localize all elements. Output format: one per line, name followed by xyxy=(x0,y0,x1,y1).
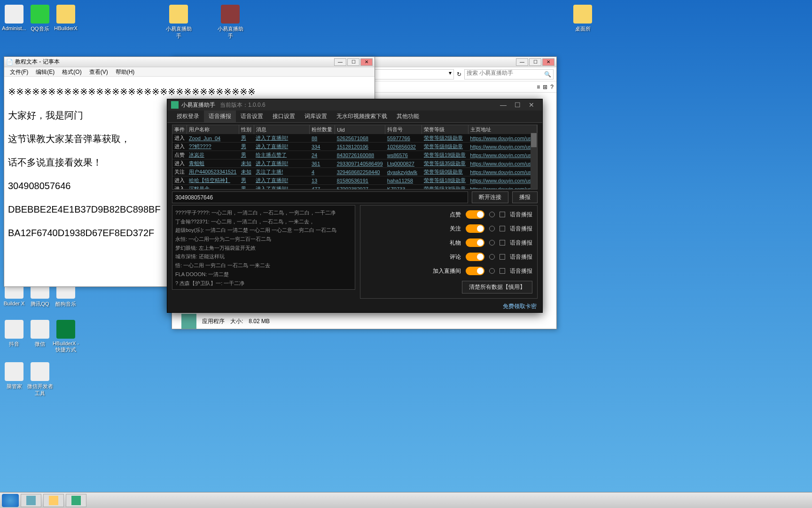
checkbox[interactable] xyxy=(500,240,505,246)
bobao-button[interactable]: 播报 xyxy=(512,191,538,203)
icon-label: Administ... xyxy=(0,25,28,31)
desktop-icon[interactable]: HBuilderX - 快捷方式 xyxy=(52,320,80,353)
column-header[interactable]: 性别 xyxy=(239,125,254,134)
column-header[interactable]: 抖音号 xyxy=(385,125,422,134)
cell: 8430726160088 xyxy=(335,151,385,159)
table-row[interactable]: 点赞冰岚谷男给主播点赞了248430726160088ws86576荣誉等级19… xyxy=(172,151,537,159)
desktop-icon[interactable]: 抖音 xyxy=(0,320,28,348)
column-header[interactable]: 用户名称 xyxy=(187,125,239,134)
start-button[interactable] xyxy=(2,494,19,507)
app-window: 小易直播助手 当前版本：1.0.0.6 — ☐ ✕ 授权登录语音播报语音设置接口… xyxy=(167,99,543,313)
desktop-icon[interactable]: 微信 xyxy=(26,320,54,348)
table-row[interactable]: 进入沉默是金男进入了直播间!47757002382927KZ0733荣誉等级33… xyxy=(172,185,537,190)
tab[interactable]: 语音设置 xyxy=(236,111,268,122)
cell: 青蛆蛆 xyxy=(187,159,239,168)
desktop-icon[interactable]: HBuilderX xyxy=(52,5,80,31)
desktop-icon[interactable]: Administ... xyxy=(0,5,28,31)
clear-button[interactable]: 清楚所有数据【慎用】 xyxy=(462,281,532,294)
column-header[interactable]: Uid xyxy=(335,125,385,134)
maximize-button[interactable]: ☐ xyxy=(529,58,541,66)
app-icon xyxy=(56,5,75,24)
app-titlebar[interactable]: 小易直播助手 当前版本：1.0.0.6 — ☐ ✕ xyxy=(167,99,542,111)
column-header[interactable]: 荣誉等级 xyxy=(422,125,468,134)
scrollbar[interactable] xyxy=(531,133,537,189)
maximize-button[interactable]: ☐ xyxy=(347,58,359,66)
menu-item[interactable]: 编辑(E) xyxy=(32,67,58,76)
table-row[interactable]: 进入青蛆蛆未知进入了直播间!3612933097140586499Ltq0000… xyxy=(172,159,537,168)
minimize-button[interactable]: — xyxy=(334,58,346,66)
checkbox[interactable] xyxy=(500,226,505,231)
tab[interactable]: 授权登录 xyxy=(172,111,204,122)
column-header[interactable]: 主页地址 xyxy=(468,125,537,134)
tab[interactable]: 词库设置 xyxy=(300,111,332,122)
checkbox[interactable] xyxy=(500,268,505,274)
file-row[interactable]: 应用程序 大小: 8.02 MB xyxy=(181,314,547,329)
toggle[interactable] xyxy=(466,238,484,247)
table-row[interactable]: 进入Zood_Jun_04男进入了直播间!8852625671068559777… xyxy=(172,134,537,143)
toggle[interactable] xyxy=(466,210,484,219)
radio[interactable] xyxy=(489,240,495,246)
tab[interactable]: 语音播报 xyxy=(204,111,236,122)
view-icon[interactable]: ≡ xyxy=(537,84,540,90)
cell: 点赞 xyxy=(172,151,187,159)
toggle[interactable] xyxy=(466,267,484,275)
view-icon[interactable]: ⊞ xyxy=(543,84,547,90)
desktop-icon[interactable]: 小易直播助手 xyxy=(164,5,193,40)
notepad-titlebar[interactable]: 📄教程文本 - 记事本 — ☐ ✕ xyxy=(4,57,375,67)
cell: 进入了直播间! xyxy=(254,159,310,168)
desktop-icon[interactable]: 桌面所 xyxy=(569,5,597,32)
app-icon xyxy=(5,320,23,339)
file-type: 应用程序 xyxy=(202,318,225,325)
refresh-icon[interactable]: ↻ xyxy=(457,71,461,78)
taskbar-item[interactable] xyxy=(21,494,41,507)
code-input[interactable] xyxy=(172,191,468,203)
toggle[interactable] xyxy=(466,224,484,233)
table-row[interactable]: 进入??鳄????男进入了直播间!33415128120106102685603… xyxy=(172,143,537,151)
menu-item[interactable]: 帮助(H) xyxy=(112,67,139,76)
voice-label: 语音播报 xyxy=(510,267,532,275)
maximize-button[interactable]: ☐ xyxy=(510,101,524,109)
column-header[interactable]: 事件 xyxy=(172,125,187,134)
scrollbar-thumb[interactable] xyxy=(531,133,537,147)
column-header[interactable]: 粉丝数量 xyxy=(310,125,335,134)
desktop-icon[interactable]: 小易直播助手 xyxy=(216,5,244,40)
switch-label: 加入直播间 xyxy=(433,267,461,275)
menu-item[interactable]: 文件(F) xyxy=(6,67,32,76)
toggle[interactable] xyxy=(466,253,484,261)
radio[interactable] xyxy=(489,268,495,274)
minimize-button[interactable]: — xyxy=(496,101,510,109)
desktop-icon[interactable]: QQ音乐 xyxy=(26,5,54,32)
close-button[interactable]: ✕ xyxy=(360,58,373,66)
tab[interactable]: 接口设置 xyxy=(268,111,300,122)
menu-item[interactable]: 格式(O) xyxy=(58,67,85,76)
table-row[interactable]: 进入哈哈【悟空精神】男进入了直播间!1381580536191haha11258… xyxy=(172,176,537,185)
cell: 24 xyxy=(310,151,335,159)
help-icon[interactable]: ? xyxy=(550,84,554,90)
close-button[interactable]: ✕ xyxy=(524,101,539,109)
radio[interactable] xyxy=(489,254,495,260)
minimize-button[interactable]: — xyxy=(516,58,528,66)
taskbar-item[interactable] xyxy=(66,494,86,507)
search-input[interactable] xyxy=(467,70,537,76)
desktop-icon[interactable]: 微信开发者工具 xyxy=(26,362,54,397)
column-header[interactable]: 消息 xyxy=(254,125,310,134)
taskbar-item[interactable] xyxy=(43,494,64,507)
menu-item[interactable]: 查看(V) xyxy=(86,67,112,76)
tab[interactable]: 其他功能 xyxy=(392,111,424,122)
close-button[interactable]: ✕ xyxy=(542,58,554,66)
footer-link[interactable]: 免费领取卡密 xyxy=(503,302,537,310)
checkbox[interactable] xyxy=(500,212,505,217)
cell: 冰岚谷 xyxy=(187,151,239,159)
search-icon[interactable]: 🔍 xyxy=(544,71,551,78)
table-row[interactable]: 关注用户4400523341521未知关注了主播!432946868225844… xyxy=(172,168,537,176)
icon-label: 小易直播助手 xyxy=(164,25,193,40)
radio[interactable] xyxy=(489,226,495,231)
desktop-icon[interactable]: 脑管家 xyxy=(0,362,28,390)
radio[interactable] xyxy=(489,212,495,217)
tab[interactable]: 无水印视频搜索下载 xyxy=(332,111,392,122)
checkbox[interactable] xyxy=(500,254,505,260)
search-box[interactable]: 🔍 xyxy=(464,69,554,79)
cell: 进入了直播间! xyxy=(254,134,310,143)
disconnect-button[interactable]: 断开连接 xyxy=(472,191,508,203)
cell: Ltq0000827 xyxy=(385,159,422,168)
